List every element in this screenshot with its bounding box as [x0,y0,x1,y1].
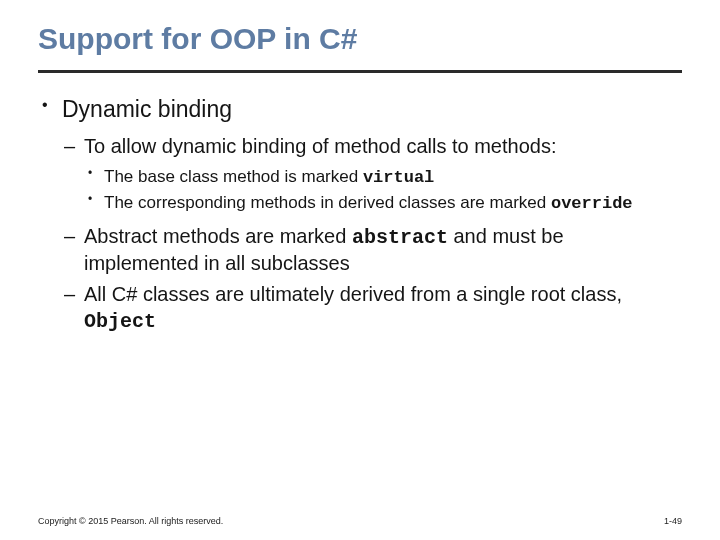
bullet-text: Dynamic binding [62,96,232,122]
code-abstract: abstract [352,226,448,249]
subsub-text: The corresponding methods in derived cla… [104,193,551,212]
sub-text: Abstract methods are marked [84,225,352,247]
copyright-text: Copyright © 2015 Pearson. All rights res… [38,516,223,526]
subsub-item: The corresponding methods in derived cla… [84,192,682,215]
footer: Copyright © 2015 Pearson. All rights res… [38,516,682,526]
code-virtual: virtual [363,168,434,187]
sub-text: To allow dynamic binding of method calls… [84,135,556,157]
page-number: 1-49 [664,516,682,526]
subsub-item: The base class method is marked virtual [84,166,682,189]
subsub-text: The base class method is marked [104,167,363,186]
subsub-list: The base class method is marked virtual … [84,166,682,216]
slide-body: Support for OOP in C# Dynamic binding To… [0,0,720,334]
slide-title: Support for OOP in C# [38,22,682,56]
sub-text: All C# classes are ultimately derived fr… [84,283,622,305]
bullet-list: Dynamic binding To allow dynamic binding… [38,95,682,334]
bullet-item: Dynamic binding To allow dynamic binding… [38,95,682,334]
sub-item: To allow dynamic binding of method calls… [62,134,682,215]
sub-list: To allow dynamic binding of method calls… [62,134,682,334]
sub-item: Abstract methods are marked abstract and… [62,224,682,276]
code-override: override [551,194,633,213]
sub-item: All C# classes are ultimately derived fr… [62,282,682,334]
title-rule [38,70,682,73]
code-object: Object [84,310,156,333]
